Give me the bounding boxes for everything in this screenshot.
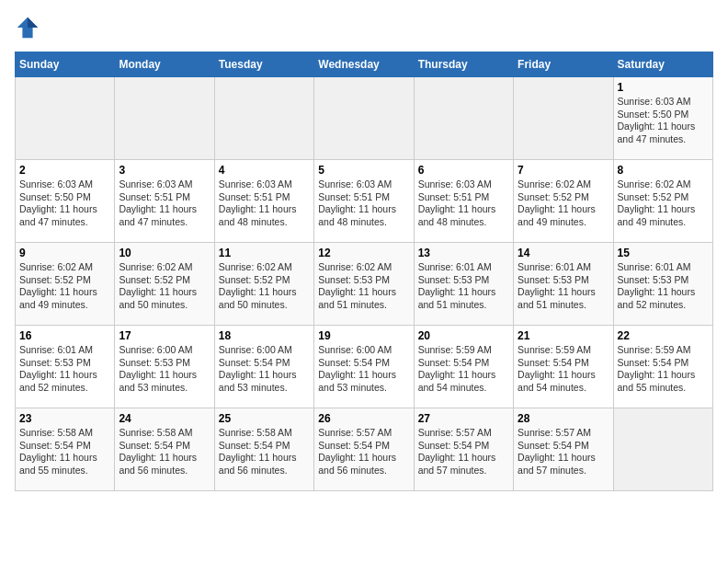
calendar-day-cell bbox=[314, 77, 414, 160]
day-number: 8 bbox=[618, 164, 709, 177]
svg-marker-1 bbox=[28, 17, 38, 28]
calendar-day-cell bbox=[613, 408, 712, 491]
day-info: Sunrise: 6:01 AM Sunset: 5:53 PM Dayligh… bbox=[518, 261, 609, 312]
day-info: Sunrise: 6:03 AM Sunset: 5:51 PM Dayligh… bbox=[219, 178, 310, 229]
day-number: 16 bbox=[19, 329, 110, 342]
calendar-header-row: SundayMondayTuesdayWednesdayThursdayFrid… bbox=[16, 52, 713, 77]
calendar-day-cell: 13Sunrise: 6:01 AM Sunset: 5:53 PM Dayli… bbox=[414, 243, 513, 326]
logo-icon bbox=[15, 15, 40, 40]
day-number: 21 bbox=[518, 329, 609, 342]
day-info: Sunrise: 6:01 AM Sunset: 5:53 PM Dayligh… bbox=[418, 261, 509, 312]
day-number: 23 bbox=[19, 412, 110, 425]
calendar-day-cell: 6Sunrise: 6:03 AM Sunset: 5:51 PM Daylig… bbox=[414, 160, 513, 243]
calendar-day-cell bbox=[214, 77, 313, 160]
day-number: 25 bbox=[219, 412, 310, 425]
day-number: 10 bbox=[119, 247, 210, 259]
day-of-week-header: Wednesday bbox=[314, 52, 414, 77]
calendar-day-cell: 12Sunrise: 6:02 AM Sunset: 5:53 PM Dayli… bbox=[314, 243, 414, 326]
day-number: 11 bbox=[219, 247, 310, 259]
day-info: Sunrise: 6:02 AM Sunset: 5:52 PM Dayligh… bbox=[119, 261, 210, 312]
day-number: 24 bbox=[119, 412, 210, 425]
calendar-week-row: 1Sunrise: 6:03 AM Sunset: 5:50 PM Daylig… bbox=[16, 77, 713, 160]
calendar-day-cell: 5Sunrise: 6:03 AM Sunset: 5:51 PM Daylig… bbox=[314, 160, 414, 243]
day-info: Sunrise: 5:59 AM Sunset: 5:54 PM Dayligh… bbox=[418, 344, 509, 395]
calendar-week-row: 2Sunrise: 6:03 AM Sunset: 5:50 PM Daylig… bbox=[16, 160, 713, 243]
day-number: 4 bbox=[219, 164, 310, 177]
day-info: Sunrise: 6:03 AM Sunset: 5:51 PM Dayligh… bbox=[119, 178, 210, 229]
calendar-day-cell: 27Sunrise: 5:57 AM Sunset: 5:54 PM Dayli… bbox=[414, 408, 513, 491]
day-info: Sunrise: 6:00 AM Sunset: 5:54 PM Dayligh… bbox=[219, 344, 310, 395]
day-info: Sunrise: 6:00 AM Sunset: 5:54 PM Dayligh… bbox=[318, 344, 409, 395]
calendar-day-cell: 24Sunrise: 5:58 AM Sunset: 5:54 PM Dayli… bbox=[115, 408, 214, 491]
calendar-day-cell: 2Sunrise: 6:03 AM Sunset: 5:50 PM Daylig… bbox=[16, 160, 115, 243]
day-number: 27 bbox=[418, 412, 509, 425]
day-info: Sunrise: 6:02 AM Sunset: 5:52 PM Dayligh… bbox=[618, 178, 709, 229]
day-of-week-header: Sunday bbox=[16, 52, 115, 77]
day-info: Sunrise: 6:03 AM Sunset: 5:51 PM Dayligh… bbox=[418, 178, 509, 229]
calendar-day-cell: 1Sunrise: 6:03 AM Sunset: 5:50 PM Daylig… bbox=[613, 77, 712, 160]
day-number: 2 bbox=[19, 164, 110, 177]
day-info: Sunrise: 6:03 AM Sunset: 5:50 PM Dayligh… bbox=[19, 178, 110, 229]
day-number: 14 bbox=[518, 247, 609, 259]
day-info: Sunrise: 6:03 AM Sunset: 5:50 PM Dayligh… bbox=[618, 96, 709, 146]
calendar-day-cell: 14Sunrise: 6:01 AM Sunset: 5:53 PM Dayli… bbox=[514, 243, 613, 326]
day-number: 18 bbox=[219, 329, 310, 342]
day-info: Sunrise: 5:59 AM Sunset: 5:54 PM Dayligh… bbox=[518, 344, 609, 395]
page-header bbox=[15, 15, 713, 40]
day-info: Sunrise: 6:03 AM Sunset: 5:51 PM Dayligh… bbox=[318, 178, 409, 229]
calendar-day-cell bbox=[16, 77, 115, 160]
calendar-day-cell: 25Sunrise: 5:58 AM Sunset: 5:54 PM Dayli… bbox=[214, 408, 313, 491]
calendar-day-cell: 19Sunrise: 6:00 AM Sunset: 5:54 PM Dayli… bbox=[314, 326, 414, 408]
day-number: 12 bbox=[318, 247, 409, 259]
calendar-day-cell: 3Sunrise: 6:03 AM Sunset: 5:51 PM Daylig… bbox=[115, 160, 214, 243]
day-of-week-header: Friday bbox=[514, 52, 613, 77]
calendar-day-cell: 18Sunrise: 6:00 AM Sunset: 5:54 PM Dayli… bbox=[214, 326, 313, 408]
calendar-table: SundayMondayTuesdayWednesdayThursdayFrid… bbox=[15, 52, 713, 491]
day-info: Sunrise: 6:02 AM Sunset: 5:52 PM Dayligh… bbox=[19, 261, 110, 312]
calendar-day-cell bbox=[115, 77, 214, 160]
day-info: Sunrise: 6:02 AM Sunset: 5:53 PM Dayligh… bbox=[318, 261, 409, 312]
calendar-week-row: 23Sunrise: 5:58 AM Sunset: 5:54 PM Dayli… bbox=[16, 408, 713, 491]
day-of-week-header: Tuesday bbox=[214, 52, 313, 77]
calendar-week-row: 16Sunrise: 6:01 AM Sunset: 5:53 PM Dayli… bbox=[16, 326, 713, 408]
day-info: Sunrise: 6:01 AM Sunset: 5:53 PM Dayligh… bbox=[618, 261, 709, 312]
day-info: Sunrise: 5:58 AM Sunset: 5:54 PM Dayligh… bbox=[119, 427, 210, 477]
day-info: Sunrise: 5:59 AM Sunset: 5:54 PM Dayligh… bbox=[618, 344, 709, 395]
calendar-day-cell: 9Sunrise: 6:02 AM Sunset: 5:52 PM Daylig… bbox=[16, 243, 115, 326]
calendar-day-cell: 21Sunrise: 5:59 AM Sunset: 5:54 PM Dayli… bbox=[514, 326, 613, 408]
day-info: Sunrise: 6:01 AM Sunset: 5:53 PM Dayligh… bbox=[19, 344, 110, 395]
calendar-day-cell: 22Sunrise: 5:59 AM Sunset: 5:54 PM Dayli… bbox=[613, 326, 712, 408]
day-number: 26 bbox=[318, 412, 409, 425]
calendar-week-row: 9Sunrise: 6:02 AM Sunset: 5:52 PM Daylig… bbox=[16, 243, 713, 326]
day-info: Sunrise: 5:57 AM Sunset: 5:54 PM Dayligh… bbox=[518, 427, 609, 477]
day-info: Sunrise: 6:02 AM Sunset: 5:52 PM Dayligh… bbox=[219, 261, 310, 312]
day-number: 22 bbox=[618, 329, 709, 342]
day-of-week-header: Monday bbox=[115, 52, 214, 77]
day-info: Sunrise: 5:58 AM Sunset: 5:54 PM Dayligh… bbox=[219, 427, 310, 477]
calendar-day-cell: 11Sunrise: 6:02 AM Sunset: 5:52 PM Dayli… bbox=[214, 243, 313, 326]
calendar-day-cell bbox=[514, 77, 613, 160]
day-number: 13 bbox=[418, 247, 509, 259]
calendar-day-cell: 4Sunrise: 6:03 AM Sunset: 5:51 PM Daylig… bbox=[214, 160, 313, 243]
day-number: 1 bbox=[618, 81, 709, 94]
calendar-day-cell: 8Sunrise: 6:02 AM Sunset: 5:52 PM Daylig… bbox=[613, 160, 712, 243]
calendar-day-cell bbox=[414, 77, 513, 160]
day-info: Sunrise: 6:00 AM Sunset: 5:53 PM Dayligh… bbox=[119, 344, 210, 395]
day-number: 3 bbox=[119, 164, 210, 177]
day-info: Sunrise: 5:57 AM Sunset: 5:54 PM Dayligh… bbox=[318, 427, 409, 477]
day-number: 6 bbox=[418, 164, 509, 177]
day-number: 28 bbox=[518, 412, 609, 425]
calendar-day-cell: 10Sunrise: 6:02 AM Sunset: 5:52 PM Dayli… bbox=[115, 243, 214, 326]
calendar-day-cell: 16Sunrise: 6:01 AM Sunset: 5:53 PM Dayli… bbox=[16, 326, 115, 408]
day-number: 17 bbox=[119, 329, 210, 342]
day-info: Sunrise: 5:58 AM Sunset: 5:54 PM Dayligh… bbox=[19, 427, 110, 477]
day-of-week-header: Saturday bbox=[613, 52, 712, 77]
calendar-day-cell: 28Sunrise: 5:57 AM Sunset: 5:54 PM Dayli… bbox=[514, 408, 613, 491]
calendar-day-cell: 17Sunrise: 6:00 AM Sunset: 5:53 PM Dayli… bbox=[115, 326, 214, 408]
day-of-week-header: Thursday bbox=[414, 52, 513, 77]
day-info: Sunrise: 5:57 AM Sunset: 5:54 PM Dayligh… bbox=[418, 427, 509, 477]
calendar-day-cell: 23Sunrise: 5:58 AM Sunset: 5:54 PM Dayli… bbox=[16, 408, 115, 491]
day-number: 9 bbox=[19, 247, 110, 259]
calendar-day-cell: 15Sunrise: 6:01 AM Sunset: 5:53 PM Dayli… bbox=[613, 243, 712, 326]
day-number: 20 bbox=[418, 329, 509, 342]
